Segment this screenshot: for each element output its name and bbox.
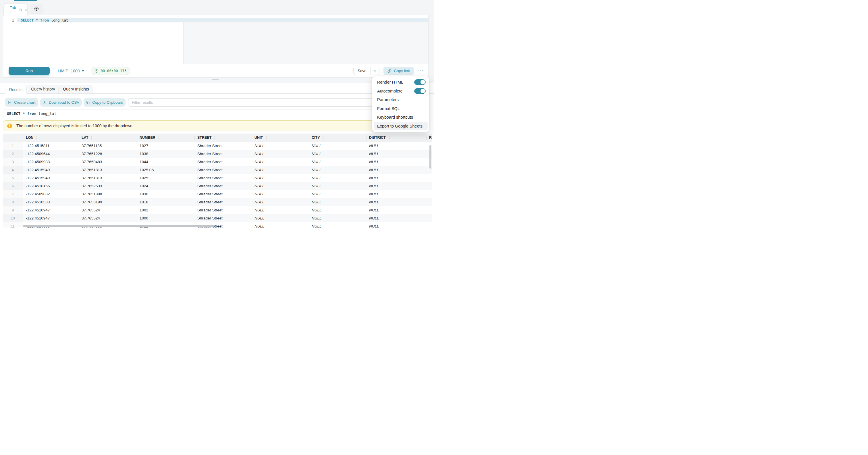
menu-item-render-html[interactable]: Render HTML xyxy=(372,78,429,87)
save-split-button: Save xyxy=(353,67,379,75)
menu-item-autocomplete[interactable]: Autocomplete xyxy=(372,87,429,96)
column-header-lat[interactable]: LAT xyxy=(79,133,137,142)
table-cell: 37.7652533 xyxy=(79,182,137,190)
table-cell: Shrader Street xyxy=(194,206,252,214)
table-row[interactable]: 9-122.451094737.7655241002Shrader Street… xyxy=(3,206,432,214)
editor-code-line[interactable]: SELECT * from long_lat xyxy=(18,18,428,22)
tab-query-insights[interactable]: Query Insights xyxy=(59,85,92,93)
tab-tab1[interactable]: Tab 1 xyxy=(3,4,28,16)
column-header-district[interactable]: DISTRICT xyxy=(366,133,426,142)
toggle-autocomplete-on[interactable] xyxy=(414,88,426,94)
table-cell: Shrader Street xyxy=(194,182,252,190)
column-header-label: NUMBER xyxy=(140,135,155,140)
table-cell: NULL xyxy=(252,214,309,222)
chevron-down-icon xyxy=(373,70,377,72)
limit-dropdown[interactable]: LIMIT: 1000 xyxy=(58,69,85,73)
tab-query-history[interactable]: Query history xyxy=(28,85,59,93)
column-header-re[interactable]: RE xyxy=(426,133,432,142)
row-number-cell: 8 xyxy=(3,198,23,206)
table-cell: NULL xyxy=(252,174,309,182)
header-row-number xyxy=(3,133,23,142)
table-cell: NULL xyxy=(309,198,366,206)
sql-editor[interactable]: 1 SELECT * from long_lat Run LIMIT: 1000… xyxy=(3,15,429,78)
sql-token-keyword: SELECT xyxy=(21,18,36,22)
caret-down-icon xyxy=(82,70,85,72)
menu-item-keyboard-shortcuts[interactable]: Keyboard shortcuts xyxy=(372,113,429,122)
save-options-button[interactable] xyxy=(371,67,379,75)
table-cell: NULL xyxy=(309,150,366,158)
table-cell: NULL xyxy=(366,182,426,190)
sort-arrows-icon[interactable] xyxy=(322,136,324,139)
sql-token-plain: * xyxy=(36,18,40,22)
tab-title: Tab 1 xyxy=(10,5,17,14)
table-row[interactable]: 2-122.450964437.76512281038Shrader Stree… xyxy=(3,150,432,158)
table-row[interactable]: 4-122.451594937.76518131025.0AShrader St… xyxy=(3,166,432,174)
table-row[interactable]: 3-122.450998337.76504831044Shrader Stree… xyxy=(3,158,432,166)
options-menu: Render HTMLAutocompleteParametersFormat … xyxy=(372,77,429,132)
drag-handle-icon[interactable] xyxy=(6,8,8,12)
row-number-cell: 3 xyxy=(3,158,23,166)
sort-arrows-icon[interactable] xyxy=(36,136,38,139)
plus-circle-icon xyxy=(34,6,39,11)
table-cell: Shrader Street xyxy=(194,198,252,206)
sort-arrows-icon[interactable] xyxy=(266,136,267,139)
table-row[interactable]: 1-122.451581137.76511351027Shrader Stree… xyxy=(3,142,432,150)
menu-item-label: Export to Google Sheets xyxy=(377,124,423,128)
copy-link-button[interactable]: Copy link xyxy=(383,67,414,75)
loading-progress-bar xyxy=(14,0,37,1)
copy-clipboard-button[interactable]: Copy to Clipboard xyxy=(84,98,126,107)
table-cell: -122.4509832 xyxy=(23,190,79,198)
editor-toolbar: Run LIMIT: 1000 00:00:00.173 Save xyxy=(3,64,428,77)
table-cell: NULL xyxy=(366,142,426,150)
table-cell: Shrader Street xyxy=(194,158,252,166)
link-icon xyxy=(388,69,392,73)
table-cell: 1002 xyxy=(137,206,194,214)
table-cell: Shrader Street xyxy=(194,150,252,158)
column-header-label: UNIT xyxy=(254,135,263,140)
tab-results[interactable]: Results xyxy=(5,85,27,94)
close-icon[interactable] xyxy=(25,8,27,11)
toggle-render-html-on[interactable] xyxy=(414,79,426,85)
table-row[interactable]: 10-122.451094737.7655241000Shrader Stree… xyxy=(3,214,432,222)
sql-token-plain: * xyxy=(23,112,27,116)
column-header-lon[interactable]: LON xyxy=(23,133,79,142)
table-cell: 1025 xyxy=(137,174,194,182)
row-limit-warning-banner: ! The number of rows displayed is limite… xyxy=(3,120,429,131)
column-header-unit[interactable]: UNIT xyxy=(252,133,309,142)
run-button[interactable]: Run xyxy=(9,67,50,75)
table-cell: NULL xyxy=(309,182,366,190)
clipboard-icon xyxy=(86,100,90,104)
table-cell: 37.7651813 xyxy=(79,166,137,174)
menu-item-parameters[interactable]: Parameters xyxy=(372,95,429,104)
column-header-number[interactable]: NUMBER xyxy=(137,133,194,142)
table-row[interactable]: 7-122.450983237.76518981030Shrader Stree… xyxy=(3,190,432,198)
row-number-cell: 4 xyxy=(3,166,23,174)
download-csv-button[interactable]: Download to CSV xyxy=(40,98,82,107)
menu-item-export-to-google-sheets[interactable]: Export to Google Sheets xyxy=(374,122,428,131)
more-options-button[interactable]: ··· xyxy=(417,68,424,74)
menu-item-format-sql[interactable]: Format SQL xyxy=(372,104,429,113)
copy-link-label: Copy link xyxy=(394,69,410,73)
table-row[interactable]: 5-122.451594937.76518131025Shrader Stree… xyxy=(3,174,432,182)
column-header-street[interactable]: STREET xyxy=(194,133,252,142)
vertical-scrollbar[interactable] xyxy=(429,145,431,169)
table-row[interactable]: 8-122.451053337.76531991018Shrader Stree… xyxy=(3,198,432,206)
table-cell: 37.7651898 xyxy=(79,190,137,198)
horizontal-scrollbar[interactable] xyxy=(23,225,214,227)
new-tab-button[interactable] xyxy=(30,4,43,13)
sort-arrows-icon[interactable] xyxy=(91,136,92,139)
pane-resize-handle[interactable] xyxy=(212,79,219,82)
sort-arrows-icon[interactable] xyxy=(158,136,160,139)
sort-arrows-icon[interactable] xyxy=(214,136,216,139)
table-row[interactable]: 6-122.451015637.76525331024Shrader Stree… xyxy=(3,182,432,190)
column-header-city[interactable]: CITY xyxy=(309,133,366,142)
save-button[interactable]: Save xyxy=(353,67,371,75)
table-cell xyxy=(426,214,432,222)
table-cell: Shrader Street xyxy=(194,142,252,150)
row-number-cell: 1 xyxy=(3,142,23,150)
table-cell: -122.4515949 xyxy=(23,166,79,174)
table-cell: NULL xyxy=(366,190,426,198)
table-cell: NULL xyxy=(309,206,366,214)
create-chart-button[interactable]: Create chart xyxy=(5,98,38,107)
sort-arrows-icon[interactable] xyxy=(388,136,390,139)
